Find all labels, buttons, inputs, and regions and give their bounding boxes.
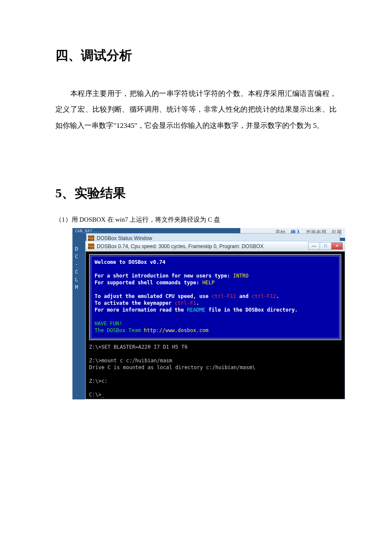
- dosbox-titlebar[interactable]: DOS BOX DOSBox 0.74, Cpu speed: 3000 cyc…: [86, 241, 345, 252]
- section-4-body: 本程序主要用于，把输入的一串字符统计字符的个数。本程序采用汇编语言编程，定义了宏…: [55, 86, 337, 133]
- dosbox-icon: DOS BOX: [88, 235, 94, 241]
- dosbox-title-text: DOSBox 0.74, Cpu speed: 3000 cycles, Fra…: [97, 243, 264, 249]
- snippet-title-fragment: CAN_DAT...: [75, 229, 100, 233]
- dosbox-welcome-box: Welcome to DOSBox v0.74 For a short intr…: [91, 256, 340, 338]
- dosbox-status-title-text: DOSBox Status Window: [97, 235, 152, 241]
- dosbox-screenshot: CAN_DAT... 开始 插入 页面布局 引用 DOS BOX DOSBox …: [72, 228, 345, 399]
- dosbox-window: DOS BOX DOSBox 0.74, Cpu speed: 3000 cyc…: [85, 241, 345, 399]
- dosbox-terminal-body[interactable]: Welcome to DOSBox v0.74 For a short intr…: [86, 251, 345, 399]
- minimize-button[interactable]: —: [308, 242, 320, 250]
- screenshot-caption-1: （1）用 DOSBOX 在 win7 上运行，将文件夹路径设为 C 盘: [55, 215, 337, 225]
- background-editor-gutter: D C - C L M: [75, 245, 78, 291]
- dosbox-console-output: Z:\>SET BLASTER=A220 I7 D1 H5 T6 Z:\>mou…: [86, 340, 345, 398]
- section-4-heading: 四、调试分析: [55, 47, 337, 64]
- maximize-button[interactable]: □: [320, 242, 331, 250]
- section-5-heading: 5、实验结果: [55, 185, 337, 202]
- close-button[interactable]: ✕: [331, 242, 343, 250]
- dosbox-icon: DOS BOX: [88, 243, 94, 249]
